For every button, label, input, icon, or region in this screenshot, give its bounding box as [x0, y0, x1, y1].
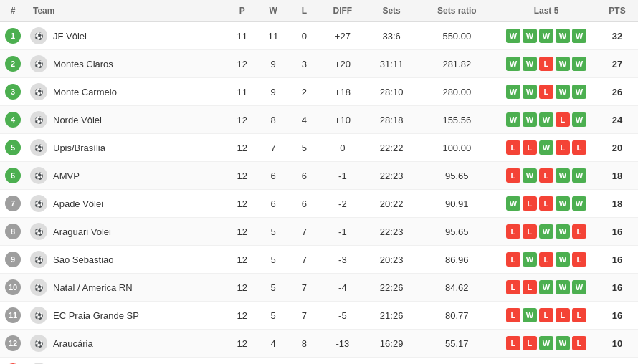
last5-cell: LLWLL [496, 134, 596, 162]
col-w: W [257, 0, 288, 22]
result-badge: W [506, 57, 520, 71]
table-row: 2 ⚽ Montes Claros 12 9 3 +20 31:11 281.8… [0, 50, 638, 78]
result-badge: L [556, 140, 570, 155]
team-cell: ⚽ Upis/Brasília [26, 134, 227, 162]
result-badge: L [523, 336, 537, 350]
played-cell: 12 [227, 50, 257, 78]
pts-cell: 24 [596, 106, 638, 134]
result-badge: L [539, 168, 553, 183]
result-badge: W [539, 112, 553, 127]
team-logo: ⚽ [30, 335, 47, 352]
sets-ratio-cell: 95.65 [418, 218, 496, 246]
team-logo: ⚽ [30, 223, 47, 240]
team-name: Upis/Brasília [53, 143, 105, 153]
sets-ratio-cell: 90.91 [418, 190, 496, 218]
result-badge: W [572, 29, 586, 43]
team-name: Apade Vôlei [53, 198, 103, 209]
result-badge: W [556, 224, 570, 239]
wins-cell: 3 [257, 358, 288, 365]
rank-number: 9 [5, 252, 21, 267]
team-cell: ⚽ EC Praia Grande SP [26, 302, 227, 330]
team-cell: ⚽ Natal / America RN [26, 274, 227, 302]
last5-cell: LLWWL [496, 218, 596, 246]
last5-cell: WWWLW [496, 106, 596, 134]
wins-cell: 6 [257, 162, 288, 190]
pts-cell: 16 [596, 246, 638, 274]
result-badge: L [506, 308, 520, 322]
wins-cell: 9 [257, 78, 288, 106]
rank-cell: 2 [0, 50, 26, 78]
last5-cell: LLLLL [496, 358, 596, 365]
losses-cell: 9 [289, 358, 320, 365]
sets-cell: 22:23 [366, 218, 418, 246]
result-badge: W [572, 57, 586, 71]
sets-ratio-cell: 50.00 [418, 358, 496, 365]
result-badge: W [572, 280, 586, 294]
losses-cell: 7 [289, 218, 320, 246]
wins-cell: 7 [257, 134, 288, 162]
result-badge: L [572, 252, 586, 267]
rank-number: 10 [5, 279, 21, 295]
result-badge: L [523, 140, 537, 155]
played-cell: 12 [227, 162, 257, 190]
result-badge: L [556, 112, 570, 127]
rank-cell: 4 [0, 106, 26, 134]
losses-cell: 7 [289, 274, 320, 302]
diff-cell: -1 [320, 218, 365, 246]
result-badge: W [523, 57, 537, 71]
result-badge: W [556, 85, 570, 99]
col-team: Team [26, 0, 227, 22]
last5-cell: WWLWW [496, 50, 596, 78]
diff-cell: -2 [320, 190, 365, 218]
table-row: 8 ⚽ Araguari Volei 12 5 7 -1 22:23 95.65… [0, 218, 638, 246]
team-name: Natal / America RN [53, 282, 133, 293]
played-cell: 11 [227, 78, 257, 106]
result-badge: W [556, 196, 570, 211]
result-badge: L [523, 224, 537, 239]
team-cell: ⚽ São Sebastião [26, 246, 227, 274]
team-logo: ⚽ [30, 83, 47, 100]
pts-cell: 16 [596, 274, 638, 302]
pts-cell: 18 [596, 162, 638, 190]
diff-cell: -13 [320, 330, 365, 358]
team-logo: ⚽ [30, 167, 47, 184]
sets-cell: 22:26 [366, 274, 418, 302]
diff-cell: +10 [320, 106, 365, 134]
result-badge: W [523, 308, 537, 322]
losses-cell: 6 [289, 190, 320, 218]
last5-cell: LLWWW [496, 274, 596, 302]
team-logo: ⚽ [30, 55, 47, 72]
wins-cell: 5 [257, 246, 288, 274]
result-badge: L [572, 336, 586, 350]
result-badge: L [523, 196, 537, 211]
pts-cell: 10 [596, 330, 638, 358]
losses-cell: 7 [289, 302, 320, 330]
wins-cell: 5 [257, 274, 288, 302]
table-header: # Team P W L DIFF Sets Sets ratio Last 5… [0, 0, 638, 22]
rank-cell: 8 [0, 218, 26, 246]
team-logo: ⚽ [30, 307, 47, 324]
wins-cell: 6 [257, 190, 288, 218]
rank-number: 3 [5, 84, 21, 100]
result-badge: L [539, 308, 553, 322]
played-cell: 12 [227, 218, 257, 246]
result-badge: L [506, 168, 520, 183]
pts-cell: 16 [596, 302, 638, 330]
standings-table: # Team P W L DIFF Sets Sets ratio Last 5… [0, 0, 638, 364]
diff-cell: +27 [320, 22, 365, 50]
table-row: 5 ⚽ Upis/Brasília 12 7 5 0 22:22 100.00 … [0, 134, 638, 162]
rank-cell: 12 [0, 330, 26, 358]
table-row: 1 ⚽ JF Vôlei 11 11 0 +27 33:6 550.00 WWW… [0, 22, 638, 50]
team-cell: ⚽ AMVP [26, 162, 227, 190]
result-badge: W [539, 140, 553, 155]
sets-ratio-cell: 95.65 [418, 162, 496, 190]
pts-cell: 27 [596, 50, 638, 78]
team-name: São Sebastião [53, 254, 114, 265]
table-row: 11 ⚽ EC Praia Grande SP 12 5 7 -5 21:26 … [0, 302, 638, 330]
wins-cell: 5 [257, 302, 288, 330]
result-badge: W [539, 336, 553, 350]
team-name: EC Praia Grande SP [53, 310, 139, 321]
diff-cell: -15 [320, 358, 365, 365]
sets-cell: 20:22 [366, 190, 418, 218]
pts-cell: 26 [596, 78, 638, 106]
